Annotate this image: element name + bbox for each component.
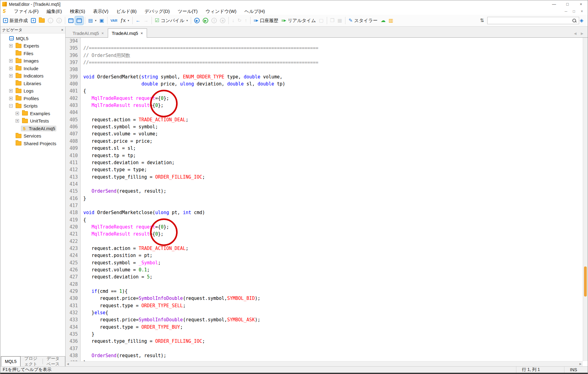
maximize-button[interactable]: □: [561, 1, 574, 8]
minimize-button[interactable]: —: [547, 1, 561, 8]
line-number: 425: [66, 259, 81, 266]
back-button[interactable]: ←: [134, 16, 142, 25]
menu-window[interactable]: ウィンドウ(W): [202, 8, 240, 15]
toolbar-separator: [152, 17, 152, 24]
menu-tools[interactable]: ツール(T): [174, 8, 202, 15]
snippets-button[interactable]: ▤▾: [87, 16, 98, 25]
learn-button[interactable]: ◈: [580, 18, 583, 23]
tree-mql5-inner: <>MQL5: [8, 36, 30, 41]
menu-help[interactable]: ヘルプ(H): [240, 8, 269, 15]
hscroll-left-button[interactable]: ◀: [67, 362, 69, 365]
vertical-scrollbar-thumb[interactable]: [584, 266, 587, 297]
tree-expander-icon[interactable]: +: [16, 119, 19, 123]
code-line: 434 request.type = ORDER_TYPE_BUY;: [66, 324, 583, 331]
tab-tradeai-2[interactable]: TradeAI.mq5×: [108, 28, 147, 38]
code-line: 431 request.type = ORDER_TYPE_SELL;: [66, 302, 583, 309]
tree-logs[interactable]: +Logs: [0, 87, 65, 95]
code-text: request.action = TRADE_ACTION_DEAL;: [81, 116, 188, 123]
tree-files[interactable]: Files: [0, 50, 65, 57]
code-text: MqlTradeResult result={0};: [81, 102, 164, 109]
folder-icon: [16, 104, 21, 108]
status-right: 行 1, 列 1 INS: [516, 367, 588, 373]
tree-expander-icon[interactable]: +: [9, 59, 13, 62]
panel-tab-database[interactable]: データベース: [43, 357, 65, 366]
menu-debug[interactable]: デバッグ(D): [141, 8, 174, 15]
tree-libraries[interactable]: Libraries: [0, 80, 65, 87]
tree-profiles[interactable]: +Profiles: [0, 95, 65, 102]
vertical-scrollbar[interactable]: [583, 38, 588, 361]
code-text: }else{: [81, 309, 108, 316]
menu-edit[interactable]: 編集(E): [43, 8, 66, 15]
tree-shared-projects[interactable]: Shared Projects: [0, 140, 65, 147]
tree-experts[interactable]: +Experts: [0, 42, 65, 50]
tree-expander-icon[interactable]: +: [16, 112, 19, 115]
menu-search[interactable]: 検索(S): [66, 8, 89, 15]
code-line: 413 request.type_filling = ORDER_FILLING…: [66, 174, 583, 181]
toolbar-group: ☑コンパイル▾: [153, 16, 190, 25]
tree-expander-icon[interactable]: +: [9, 74, 13, 77]
tree-indicators[interactable]: +Indicators: [0, 72, 65, 80]
layout-window-button[interactable]: [67, 16, 75, 25]
tree-mql5[interactable]: <>MQL5: [0, 35, 65, 42]
debug-start-button[interactable]: ▶: [193, 16, 201, 25]
tab-scroll-right[interactable]: ▶: [581, 32, 583, 36]
code-area[interactable]: 394395//================================…: [66, 38, 583, 361]
menu-view[interactable]: 表示(V): [89, 8, 112, 15]
tab-scroll-left[interactable]: ◀: [574, 32, 576, 36]
open-button[interactable]: [37, 16, 46, 25]
tab-close-icon[interactable]: ×: [101, 31, 104, 36]
account-history-button[interactable]: ≡▶口座履歴: [252, 16, 280, 25]
tab-close-icon[interactable]: ×: [141, 31, 143, 36]
tree-examples[interactable]: +Examples: [0, 110, 65, 117]
tree-tradeai[interactable]: 5TradeAI.mq5: [0, 125, 65, 132]
new-window-button[interactable]: +: [29, 16, 37, 25]
close-button[interactable]: ×: [574, 1, 588, 8]
var-watch-button[interactable]: VAR: [109, 16, 119, 25]
panel-tab-project[interactable]: プロジェクト: [21, 357, 43, 366]
search-icon[interactable]: [572, 19, 576, 22]
child-restore-button[interactable]: □: [570, 9, 578, 13]
compile-button-label: コンパイル: [161, 18, 184, 24]
navigator-panel-button[interactable]: [75, 16, 83, 25]
publish-button[interactable]: ▣: [98, 16, 106, 25]
realtime-button[interactable]: ≡▶リアルタイム: [280, 16, 318, 25]
new-button-icon: +: [3, 18, 8, 23]
panel-tab-mql5[interactable]: MQL5: [1, 356, 21, 366]
hscroll-right-button[interactable]: ▶: [579, 362, 582, 365]
compile-button[interactable]: ☑コンパイル▾: [153, 16, 190, 25]
search-settings-icon[interactable]: ⇅: [480, 18, 484, 23]
toolbar-search-input[interactable]: [487, 17, 579, 24]
child-close-button[interactable]: ×: [578, 9, 586, 13]
horizontal-scrollbar[interactable]: ◀▶: [66, 361, 583, 366]
function-list-button[interactable]: ƒx▾: [119, 16, 130, 25]
cursor-position: 行 1, 列 1: [516, 367, 564, 373]
child-minimize-button[interactable]: ─: [562, 9, 570, 13]
tree-expander-icon[interactable]: +: [9, 89, 13, 93]
tree-expander-icon[interactable]: +: [9, 67, 13, 70]
mq5-file-icon: 5: [22, 126, 27, 131]
tree-expander-icon[interactable]: −: [9, 104, 13, 108]
tree-include[interactable]: +Include: [0, 65, 65, 72]
market-button[interactable]: ▥: [387, 16, 395, 25]
storage-cloud-button[interactable]: ☁: [379, 16, 387, 25]
line-number: 438: [66, 352, 81, 359]
child-window-controls: ─□×: [562, 9, 586, 13]
line-number: 437: [66, 345, 81, 352]
styler-button[interactable]: ✎スタイラー: [347, 16, 379, 25]
tree-images[interactable]: +Images: [0, 57, 65, 65]
tree-logs-inner: Logs: [14, 88, 35, 94]
tree-expander-icon[interactable]: +: [9, 97, 13, 100]
line-number: 429: [66, 288, 81, 295]
tree-scripts[interactable]: −Scripts: [0, 102, 65, 110]
code-line: 399void OrderSendMarket(string symbol, E…: [66, 74, 583, 81]
menu-build[interactable]: ビルド(B): [112, 8, 141, 15]
new-button[interactable]: +新規作成: [2, 16, 29, 25]
menu-file[interactable]: ファイル(F): [10, 8, 43, 15]
tree-profiles-inner: Profiles: [14, 96, 40, 101]
tab-tradeai-1[interactable]: TradeAI.mq5×: [69, 29, 108, 37]
start-button[interactable]: ▶: [201, 16, 210, 25]
tree-expander-icon[interactable]: +: [9, 44, 13, 47]
tree-unittests[interactable]: +UnitTests: [0, 117, 65, 125]
tree-services[interactable]: Services: [0, 132, 65, 140]
navigator-close-icon[interactable]: ×: [61, 28, 63, 32]
